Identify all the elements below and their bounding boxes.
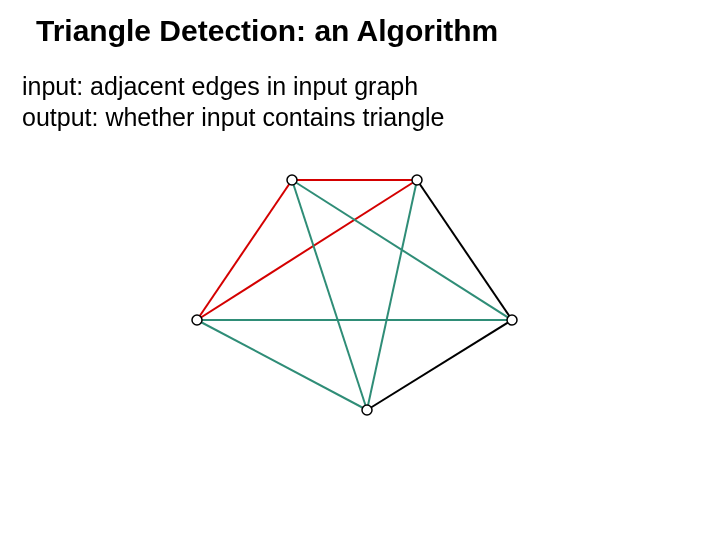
graph-node	[192, 315, 202, 325]
graph-edge	[367, 180, 417, 410]
graph-node	[507, 315, 517, 325]
slide-title: Triangle Detection: an Algorithm	[36, 14, 498, 48]
graph-edge	[417, 180, 512, 320]
graph-node	[287, 175, 297, 185]
graph-edge	[197, 180, 292, 320]
graph-node	[362, 405, 372, 415]
output-line: output: whether input contains triangle	[22, 103, 445, 132]
input-line: input: adjacent edges in input graph	[22, 72, 418, 101]
graph-figure	[170, 165, 540, 425]
graph-edge	[197, 180, 417, 320]
graph-node	[412, 175, 422, 185]
graph-edge	[367, 320, 512, 410]
graph-svg	[170, 165, 540, 425]
